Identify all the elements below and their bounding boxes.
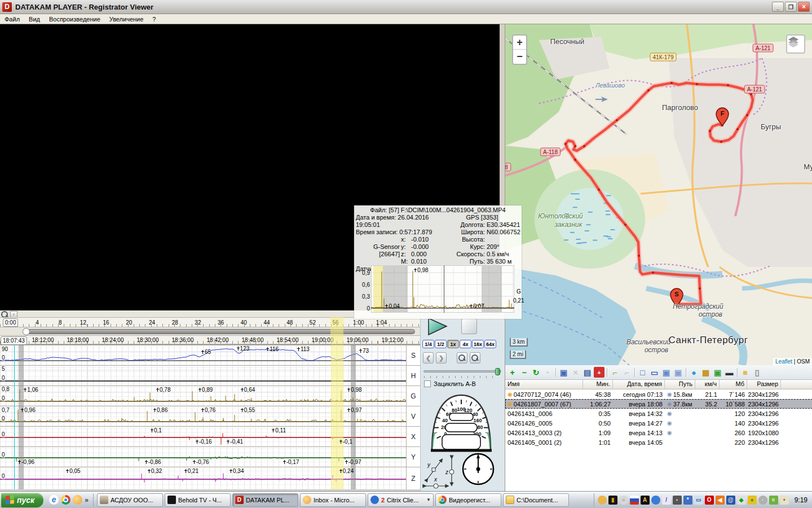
loop-ab-checkbox[interactable] <box>424 380 431 387</box>
task-folder[interactable]: C:\Document... <box>503 493 569 507</box>
toolbar-open-folder-icon[interactable]: ■ <box>740 367 751 378</box>
menu-2[interactable]: Воспроизведение <box>45 15 105 23</box>
toolbar-add-frame-icon[interactable]: □ <box>637 367 648 378</box>
tray-citrix-tray-icon[interactable] <box>651 496 660 505</box>
telemetry-charts[interactable]: 9006512311611373S50H0,801,060,780,890,64… <box>0 344 420 489</box>
quicklaunch-outlook-icon[interactable] <box>73 495 82 505</box>
tray-oracle-icon[interactable]: O <box>705 496 714 505</box>
close-button[interactable]: × <box>798 2 810 12</box>
zoom-in-chart-button[interactable] <box>457 352 467 364</box>
toolbar-image-export-icon[interactable]: ▣ <box>712 367 723 378</box>
toolbar-copy-icon[interactable]: ▣ <box>558 367 569 378</box>
chart-row-G[interactable]: 0,801,060,780,890,640,98 <box>0 386 406 406</box>
speed-16x[interactable]: 16x <box>472 340 484 348</box>
table-header[interactable]: ИмяМин.Дата, времяПутькм/чМбРазмер <box>505 380 812 389</box>
clock-ruler[interactable]: 18:07:4318:12:0018:18:0018:24:0018:30:00… <box>0 335 420 344</box>
quicklaunch-ie-icon[interactable]: e <box>49 495 59 505</box>
menu-1[interactable]: Вид <box>24 15 45 23</box>
tray-safely-remove-icon[interactable]: ◆ <box>737 496 746 505</box>
tray-audio-device-icon[interactable]: ◦ <box>758 496 767 505</box>
chart-row-S[interactable]: 9006512311611373 <box>0 345 406 365</box>
chart-row-H[interactable]: 50 <box>0 365 406 386</box>
chart-row-V[interactable]: 0,700,960,860,760,550,97 <box>0 406 406 426</box>
column-6[interactable]: Размер <box>747 380 781 389</box>
tray-volume-icon[interactable]: ◀ <box>716 496 725 505</box>
stop-button[interactable] <box>461 318 477 334</box>
toolbar-key-icon[interactable]: ⌐ <box>610 367 620 378</box>
table-row[interactable]: 04261431_00060:35вчера 14:32◉1202304x129… <box>505 409 812 418</box>
column-1[interactable]: Мин. <box>583 380 613 389</box>
task-datakam[interactable]: DDATAKAM PL... <box>232 493 298 507</box>
table-row[interactable]: 04261426_00050:50вчера 14:27◉1402304x129… <box>505 418 812 428</box>
chart-row-X[interactable]: 00,1-0,16-0,410,11-0,1 <box>0 426 406 446</box>
map-layers-button[interactable] <box>786 34 805 54</box>
tray-config-tool-icon[interactable]: * <box>683 496 692 505</box>
speed-1x[interactable]: 1x <box>447 340 459 348</box>
toolbar-key-remove-icon[interactable]: ⌐ <box>621 367 632 378</box>
map-zoom-in-button[interactable]: + <box>513 36 526 50</box>
toolbar-more-dot-icon[interactable]: · <box>542 367 553 378</box>
toolbar-delete-icon[interactable]: × <box>570 367 581 378</box>
column-2[interactable]: Дата, время <box>613 380 665 389</box>
toolbar-chart-report-icon[interactable]: ▦ <box>700 367 711 378</box>
tray-status-ring-icon[interactable]: ○ <box>619 496 628 505</box>
speed-1-2[interactable]: 1/2 <box>435 340 447 348</box>
toolbar-refresh-icon[interactable]: ↻ <box>531 367 541 378</box>
toolbar-add-icon[interactable]: + <box>507 367 518 378</box>
menu-0[interactable]: Файл <box>0 15 24 23</box>
speed-4x[interactable]: 4x <box>460 340 471 348</box>
prev-file-button[interactable]: ❮ <box>423 352 434 364</box>
tray-network-card-icon[interactable]: ≡ <box>769 496 778 505</box>
zoom-out-chart-button[interactable] <box>470 352 480 364</box>
table-row[interactable]: ◉04261807_0007 (67)1:06:27вчера 18:08◉37… <box>505 399 812 409</box>
tray-display-tuner-icon[interactable]: ▭ <box>694 496 703 505</box>
map-panel[interactable]: FS + − 3 km 2 mi Leaflet | OSM ПесочныйЛ… <box>505 24 812 365</box>
table-row[interactable]: 04261413_0003 (2)1:09вчера 14:13◉2601920… <box>505 428 812 437</box>
chart-row-Z[interactable]: 00,050,320,210,340,24 <box>0 467 406 489</box>
next-file-button[interactable]: ❯ <box>436 352 447 364</box>
tray-key-manager-icon[interactable]: • <box>780 496 789 505</box>
leaflet-link[interactable]: Leaflet <box>775 358 792 365</box>
speed-1-4[interactable]: 1/4 <box>422 340 434 348</box>
task-dropdown-arrow[interactable]: ▼ <box>426 497 431 502</box>
column-0[interactable]: Имя <box>505 380 583 389</box>
table-row[interactable]: 04261405_0001 (2)1:01вчера 14:052202304x… <box>505 437 812 447</box>
tray-lang-indicator-ru-icon[interactable] <box>630 496 639 505</box>
speed-64x[interactable]: 64x <box>484 340 496 348</box>
task-outlook[interactable]: Inbox - Micro... <box>300 493 366 507</box>
column-5[interactable]: Мб <box>720 380 747 389</box>
seek-thumb[interactable] <box>23 328 30 335</box>
toolbar-select-frame-icon[interactable]: ▭ <box>649 367 660 378</box>
chart-scale-track[interactable] <box>423 370 501 373</box>
toolbar-film-export-icon[interactable]: ▬ <box>724 367 735 378</box>
chart-scale-slider[interactable] <box>423 368 501 375</box>
map-zoom-out-button[interactable]: − <box>513 50 526 64</box>
toolbar-save-icon[interactable]: ▤ <box>582 367 593 378</box>
tray-outlook-reminder-icon[interactable] <box>598 496 607 505</box>
play-button[interactable] <box>426 317 449 336</box>
toolbar-google-earth-icon[interactable]: ● <box>689 367 699 378</box>
column-3[interactable]: Путь <box>665 380 695 389</box>
column-4[interactable]: км/ч <box>695 380 720 389</box>
menu-3[interactable]: Увеличение <box>105 15 148 23</box>
chart-scale-thumb[interactable] <box>495 368 500 375</box>
seek-track[interactable] <box>26 329 415 334</box>
start-button[interactable]: пуск <box>1 493 43 507</box>
menu-4[interactable]: ? <box>148 15 160 23</box>
toolbar-export-media-icon[interactable]: + <box>594 367 604 378</box>
chart-row-Y[interactable]: 0-0,96-0,86-0,76-0,17-0,97 <box>0 446 406 467</box>
quicklaunch-chrome-icon[interactable] <box>61 495 70 505</box>
minimize-button[interactable]: _ <box>772 2 784 12</box>
seek-slider[interactable] <box>0 327 420 335</box>
task-chrome[interactable]: Видеорегист... <box>435 493 501 507</box>
toolbar-frames-export-icon[interactable]: ▣ <box>673 367 683 378</box>
tray-usb-device-icon[interactable]: ▪ <box>673 496 682 505</box>
tray-stylus-pen-icon[interactable]: / <box>662 496 671 505</box>
tray-translator-icon[interactable]: A <box>641 496 650 505</box>
task-asdou[interactable]: АСДОУ ООО... <box>97 493 163 507</box>
restore-button[interactable]: ❐ <box>785 2 797 12</box>
toolbar-frames-stack-icon[interactable]: ▣ <box>661 367 672 378</box>
task-behold[interactable]: Behold TV - Ч... <box>165 493 231 507</box>
tray-address-book-icon[interactable]: @ <box>726 496 735 505</box>
toolbar-report-page-icon[interactable]: ▯ <box>752 367 762 378</box>
